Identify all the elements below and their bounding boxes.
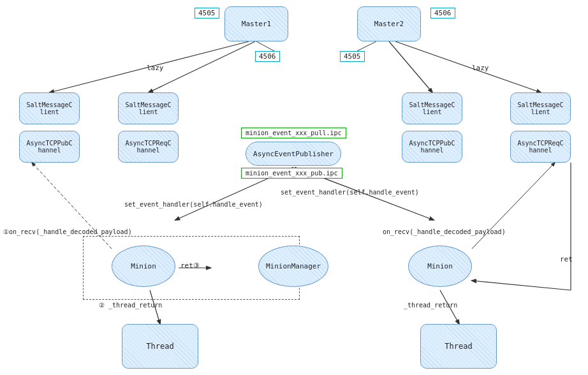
salt2-label: SaltMessageClient <box>125 101 171 115</box>
port-4505-left: 4505 <box>195 8 219 18</box>
salt4-node: SaltMessageClient <box>510 92 571 124</box>
svg-line-9 <box>472 163 555 249</box>
port-4506-right: 4506 <box>430 8 455 18</box>
on-recv-left-label: ①on_recv(_handle_decoded_payload) <box>3 228 132 235</box>
master2-node: Master2 <box>357 6 421 41</box>
async1-node: AsyncTCPPubChannel <box>19 131 80 163</box>
lazy-left-label: lazy <box>147 64 164 72</box>
master1-node: Master1 <box>224 6 288 41</box>
minion-left-node: Minion <box>112 246 175 287</box>
thread-right-label: Thread <box>445 342 472 351</box>
salt4-label: SaltMessageClient <box>517 101 563 115</box>
async-event-pub-node: AsyncEventPublisher <box>246 142 341 166</box>
svg-line-1 <box>149 41 255 92</box>
pub-ipc-label: minion_event_xxx_pub.ipc <box>241 168 342 179</box>
async4-label: AsyncTCPReqChannel <box>517 140 563 154</box>
minion-manager-node: MinionManager <box>258 246 328 287</box>
master1-label: Master1 <box>242 20 271 28</box>
async4-node: AsyncTCPReqChannel <box>510 131 571 163</box>
async1-label: AsyncTCPPubChannel <box>26 140 72 154</box>
set-event-left-label: set_event_handler(self.handle_event) <box>124 201 263 208</box>
pull-ipc-label: minion_event_xxx_pull.ipc <box>241 128 346 138</box>
thread-return-right-label: _thread_return <box>404 302 457 309</box>
port-4506-mid: 4506 <box>255 51 280 62</box>
salt2-node: SaltMessageClient <box>118 92 179 124</box>
salt3-label: SaltMessageClient <box>409 101 455 115</box>
svg-line-5 <box>357 41 376 51</box>
minion-left-label: Minion <box>131 262 156 270</box>
minion-right-node: Minion <box>408 246 472 287</box>
arrows-svg <box>0 0 588 375</box>
lazy-right-label: lazy <box>472 64 489 72</box>
svg-line-4 <box>256 41 274 51</box>
salt1-label: SaltMessageClient <box>26 101 72 115</box>
svg-line-2 <box>389 41 432 92</box>
minion-right-label: Minion <box>427 262 453 270</box>
set-event-right-label: set_event_handler(self.handle_event) <box>281 189 419 196</box>
async3-label: AsyncTCPPubChannel <box>409 140 455 154</box>
salt3-node: SaltMessageClient <box>402 92 462 124</box>
diagram: 4505 4506 4505 4506 Master1 Master2 lazy… <box>0 0 588 375</box>
minion-manager-label: MinionManager <box>266 262 321 270</box>
async3-node: AsyncTCPPubChannel <box>402 131 462 163</box>
svg-line-14 <box>472 281 571 290</box>
ret-right-label: ret <box>560 255 573 263</box>
svg-line-3 <box>395 41 541 92</box>
master2-label: Master2 <box>374 20 404 28</box>
thread-right-node: Thread <box>420 324 497 369</box>
async-event-pub-label: AsyncEventPublisher <box>253 150 334 158</box>
salt1-node: SaltMessageClient <box>19 92 80 124</box>
thread-left-node: Thread <box>122 324 198 369</box>
ret-left-label: ret③ <box>180 261 200 270</box>
port-4505-mid2: 4505 <box>340 51 365 62</box>
on-recv-right-label: on_recv(_handle_decoded_payload) <box>383 228 506 235</box>
async2-node: AsyncTCPReqChannel <box>118 131 179 163</box>
thread-return-left-label: ② _thread_return <box>99 302 162 309</box>
async2-label: AsyncTCPReqChannel <box>125 140 171 154</box>
thread-left-label: Thread <box>146 342 173 351</box>
